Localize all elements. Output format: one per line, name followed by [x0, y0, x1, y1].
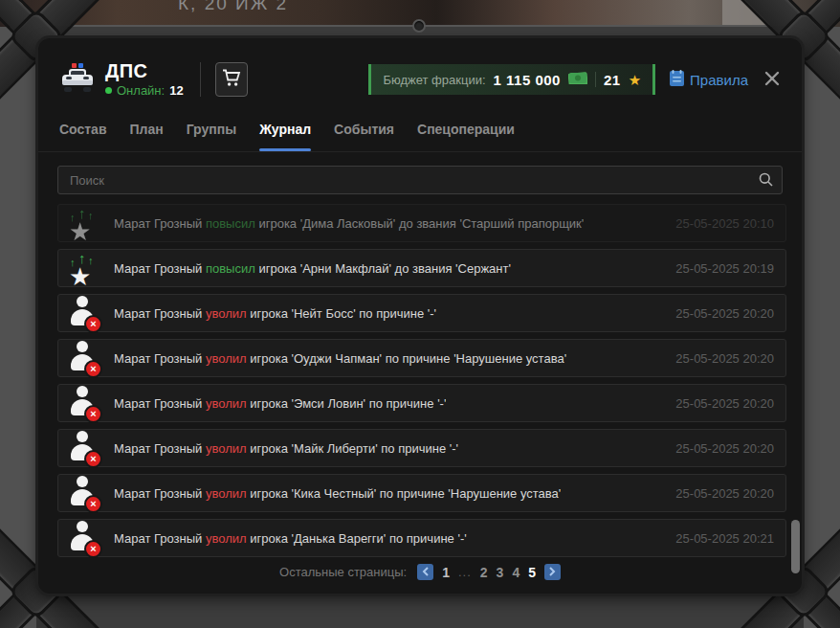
action-word: уволил	[206, 486, 247, 501]
search-bar	[57, 166, 783, 194]
log-text: Марат Грозный уволил игрока 'Нейт Босс' …	[114, 306, 436, 321]
member-fired-icon: ×	[68, 521, 102, 555]
action-word: уволил	[206, 306, 247, 321]
log-text: Марат Грозный уволил игрока 'Кика Честны…	[114, 486, 561, 501]
journal-row: ↑ ↑ ↑ ★ Марат Грозный повысил игрока 'Ди…	[57, 204, 786, 242]
x-badge-icon: ×	[84, 495, 102, 513]
scrollbar-thumb[interactable]	[791, 520, 800, 573]
tab-gruppy[interactable]: Группы	[187, 107, 236, 151]
log-text: Марат Грозный уволил игрока 'Оуджи Чапма…	[114, 351, 566, 366]
hud-text: К, 20 ИЖ 2	[178, 0, 288, 14]
x-badge-icon: ×	[84, 360, 102, 378]
police-car-icon	[59, 63, 96, 97]
rules-label: Правила	[690, 72, 748, 88]
faction-info: ДПС Онлайн: 12	[105, 61, 184, 98]
tab-sobytiya[interactable]: События	[334, 107, 394, 151]
budget-divider	[595, 72, 596, 87]
prev-page-button[interactable]	[417, 564, 433, 580]
journal-row: × Марат Грозный уволил игрока 'Эмси Лови…	[57, 384, 786, 422]
log-text: Марат Грозный повысил игрока 'Дима Ласко…	[114, 216, 584, 231]
frame-edge	[804, 27, 840, 628]
header: ДПС Онлайн: 12 Бюджет	[38, 38, 802, 107]
timestamp: 25-05-2025 20:20	[666, 351, 774, 366]
online-dot-icon	[105, 87, 112, 94]
online-count: 12	[169, 83, 183, 98]
rank-up-icon: ↑ ↑ ↑ ★	[68, 251, 102, 285]
faction-name: ДПС	[105, 61, 184, 81]
search-input[interactable]	[57, 166, 783, 194]
action-word: уволил	[206, 441, 247, 456]
journal-row: × Марат Грозный уволил игрока 'Нейт Босс…	[57, 294, 786, 332]
log-text: Марат Грозный уволил игрока 'Данька Варе…	[114, 531, 467, 546]
log-text: Марат Грозный уволил игрока 'Эмси Ловин'…	[114, 396, 446, 411]
timestamp: 25-05-2025 20:20	[666, 441, 774, 456]
action-word: повысил	[206, 216, 255, 231]
x-badge-icon: ×	[84, 315, 102, 333]
star-icon: ★	[69, 264, 91, 289]
timestamp: 25-05-2025 20:20	[666, 486, 774, 501]
x-badge-icon: ×	[84, 450, 102, 468]
chevron-left-icon	[422, 565, 430, 579]
log-text: Марат Грозный повысил игрока 'Арни Макфл…	[114, 261, 511, 276]
page-button-3[interactable]: 3	[497, 565, 504, 580]
journal-row: × Марат Грозный уволил игрока 'Майк Либе…	[57, 429, 786, 467]
frame-edge	[0, 27, 36, 628]
page-button-1[interactable]: 1	[442, 565, 450, 580]
budget-stars: 21	[604, 72, 621, 88]
timestamp: 25-05-2025 20:20	[666, 306, 774, 321]
budget-label: Бюджет фракции:	[383, 73, 485, 87]
close-button[interactable]	[762, 68, 783, 92]
journal-row: × Марат Грозный уволил игрока 'Данька Ва…	[57, 519, 786, 557]
faction-menu-panel: ДПС Онлайн: 12 Бюджет	[38, 38, 802, 594]
rank-up-icon: ↑ ↑ ↑ ★	[68, 206, 102, 240]
gold-star-icon: ★	[629, 73, 641, 87]
hud-text-fragment: 56	[2, 0, 26, 14]
online-label: Онлайн:	[117, 83, 165, 98]
journal-list: ↑ ↑ ↑ ★ Марат Грозный повысил игрока 'Ди…	[57, 204, 786, 557]
timestamp: 25-05-2025 20:10	[666, 216, 774, 231]
cart-icon	[222, 69, 241, 90]
journal-row: × Марат Грозный уволил игрока 'Оуджи Чап…	[57, 339, 786, 377]
member-fired-icon: ×	[68, 386, 102, 420]
rules-link[interactable]: Правила	[670, 70, 748, 89]
search-icon	[759, 172, 773, 191]
close-icon	[763, 70, 781, 90]
timestamp: 25-05-2025 20:19	[666, 261, 774, 276]
action-word: повысил	[206, 261, 255, 276]
journal-row: × Марат Грозный уволил игрока 'Кика Чест…	[57, 474, 786, 512]
tab-zhurnal[interactable]: Журнал	[259, 107, 311, 151]
member-fired-icon: ×	[68, 431, 102, 465]
journal-row: ↑ ↑ ↑ ★ Марат Грозный повысил игрока 'Ар…	[57, 249, 786, 287]
faction-budget: Бюджет фракции: 1 115 000 21 ★	[368, 64, 655, 95]
banknote-icon	[568, 71, 587, 88]
star-icon: ★	[69, 219, 91, 244]
page-button-5-current[interactable]: 5	[528, 565, 536, 580]
notebook-icon	[670, 70, 684, 89]
member-fired-icon: ×	[68, 341, 102, 375]
next-page-button[interactable]	[544, 564, 561, 580]
member-fired-icon: ×	[68, 296, 102, 330]
header-divider	[200, 62, 201, 97]
shop-button[interactable]	[215, 62, 248, 97]
pagination-ellipsis: ...	[458, 565, 472, 579]
tab-specoperacii[interactable]: Спецоперации	[417, 107, 515, 151]
pagination-label: Остальные страницы:	[279, 565, 407, 579]
action-word: уволил	[206, 396, 247, 411]
online-status: Онлайн: 12	[105, 83, 184, 98]
pagination: Остальные страницы: 1 ... 2 3 4 5	[38, 564, 802, 580]
action-word: уволил	[206, 351, 247, 366]
tab-bar: Состав План Группы Журнал События Спецоп…	[38, 107, 802, 152]
x-badge-icon: ×	[84, 405, 102, 423]
log-text: Марат Грозный уволил игрока 'Майк Либерт…	[114, 441, 458, 456]
action-word: уволил	[206, 531, 247, 546]
timestamp: 25-05-2025 20:21	[666, 531, 774, 546]
page-button-4[interactable]: 4	[512, 565, 519, 580]
timestamp: 25-05-2025 20:20	[666, 396, 774, 411]
chevron-right-icon	[548, 565, 556, 579]
tab-plan[interactable]: План	[130, 107, 164, 151]
x-badge-icon: ×	[84, 540, 102, 558]
tab-sostav[interactable]: Состав	[59, 107, 107, 151]
gta-tablet-ui: 56 К, 20 ИЖ 2	[0, 0, 840, 628]
page-button-2[interactable]: 2	[480, 565, 488, 580]
budget-amount: 1 115 000	[494, 72, 561, 88]
